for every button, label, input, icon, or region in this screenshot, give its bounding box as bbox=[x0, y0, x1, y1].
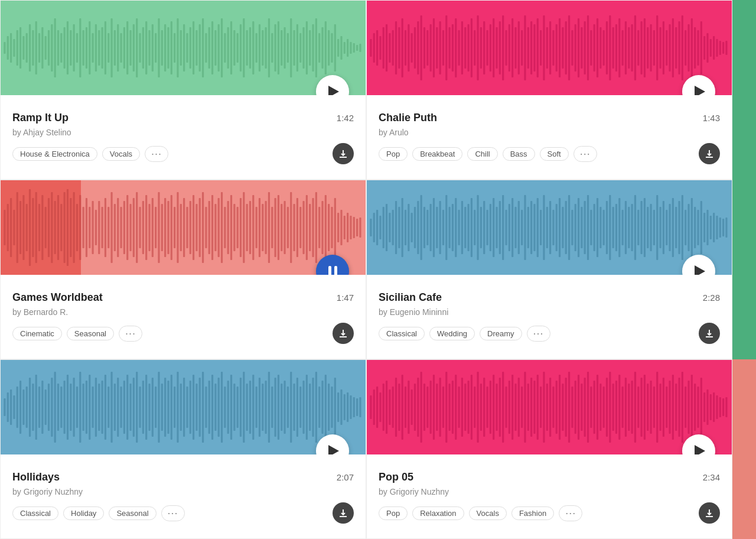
svg-rect-125 bbox=[398, 27, 400, 69]
svg-rect-280 bbox=[155, 207, 157, 248]
svg-rect-486 bbox=[73, 378, 75, 437]
svg-rect-594 bbox=[414, 384, 416, 431]
tag-cinematic[interactable]: Cinematic bbox=[12, 327, 62, 340]
svg-rect-573 bbox=[347, 392, 348, 422]
play-icon bbox=[695, 265, 705, 275]
svg-rect-303 bbox=[227, 201, 229, 254]
download-button[interactable] bbox=[699, 143, 720, 164]
tag-bass[interactable]: Bass bbox=[503, 147, 535, 161]
svg-rect-138 bbox=[439, 21, 441, 74]
tag-soft[interactable]: Soft bbox=[540, 147, 569, 161]
svg-rect-205 bbox=[650, 24, 651, 72]
svg-rect-15 bbox=[51, 24, 53, 72]
svg-rect-540 bbox=[243, 372, 245, 443]
svg-rect-144 bbox=[458, 30, 460, 66]
svg-rect-488 bbox=[79, 372, 81, 443]
svg-rect-38 bbox=[123, 27, 125, 69]
more-tags-button[interactable]: ··· bbox=[527, 326, 550, 342]
waveform-chalie-puth[interactable] bbox=[367, 1, 732, 95]
svg-rect-433 bbox=[637, 210, 639, 245]
card-body-hollidays: Hollidays 2:07 by Grigoriy Nuzhny Classi… bbox=[1, 454, 366, 538]
svg-rect-244 bbox=[41, 195, 43, 260]
svg-rect-670 bbox=[653, 387, 655, 428]
tag-relaxation[interactable]: Relaxation bbox=[412, 506, 464, 520]
tag-vocals[interactable]: Vocals bbox=[469, 506, 507, 520]
svg-rect-467 bbox=[13, 395, 15, 419]
svg-rect-526 bbox=[199, 378, 201, 437]
svg-rect-427 bbox=[618, 198, 620, 257]
title-row: Chalie Puth 1:43 bbox=[379, 112, 720, 124]
svg-rect-654 bbox=[603, 387, 605, 428]
tag-pop[interactable]: Pop bbox=[379, 147, 408, 161]
more-tags-button[interactable]: ··· bbox=[573, 146, 597, 162]
download-button[interactable] bbox=[333, 323, 354, 344]
tag-chill[interactable]: Chill bbox=[467, 147, 497, 161]
download-button[interactable] bbox=[333, 502, 354, 524]
tag-seasonal[interactable]: Seasonal bbox=[67, 327, 114, 340]
svg-rect-126 bbox=[402, 18, 403, 77]
svg-rect-569 bbox=[334, 378, 336, 437]
svg-rect-560 bbox=[306, 375, 308, 440]
more-tags-button[interactable]: ··· bbox=[161, 505, 185, 521]
svg-rect-11 bbox=[38, 33, 40, 63]
svg-rect-222 bbox=[703, 36, 705, 60]
waveform-sicilian-cafe[interactable] bbox=[367, 180, 732, 275]
tag-dreamy[interactable]: Dreamy bbox=[480, 327, 522, 340]
svg-rect-341 bbox=[347, 213, 348, 242]
svg-rect-382 bbox=[477, 195, 478, 260]
tag-seasonal[interactable]: Seasonal bbox=[109, 506, 156, 520]
svg-rect-57 bbox=[183, 24, 185, 72]
pause-icon bbox=[334, 266, 337, 275]
svg-rect-610 bbox=[464, 384, 466, 431]
svg-rect-287 bbox=[177, 192, 178, 263]
svg-rect-46 bbox=[148, 30, 150, 66]
waveform-games-worldbeat[interactable] bbox=[1, 180, 366, 275]
svg-rect-297 bbox=[208, 201, 210, 254]
more-tags-button[interactable]: ··· bbox=[145, 146, 168, 162]
download-button[interactable] bbox=[699, 323, 720, 344]
download-button[interactable] bbox=[699, 502, 720, 524]
track-duration: 2:07 bbox=[337, 472, 354, 482]
svg-rect-632 bbox=[533, 381, 535, 434]
svg-rect-58 bbox=[186, 33, 188, 63]
svg-rect-680 bbox=[685, 387, 686, 428]
tag-breakbeat[interactable]: Breakbeat bbox=[412, 147, 462, 161]
svg-rect-29 bbox=[95, 24, 97, 72]
svg-rect-642 bbox=[565, 378, 567, 437]
waveform-ramp-it-up[interactable] bbox=[1, 1, 366, 95]
download-button[interactable] bbox=[333, 143, 354, 164]
waveform-pop-05[interactable] bbox=[367, 360, 732, 454]
tag-classical[interactable]: Classical bbox=[12, 506, 58, 520]
svg-rect-617 bbox=[486, 387, 488, 428]
tag-classical[interactable]: Classical bbox=[379, 327, 425, 340]
svg-rect-623 bbox=[505, 387, 507, 428]
svg-rect-403 bbox=[543, 195, 545, 260]
waveform-hollidays[interactable] bbox=[1, 360, 366, 454]
tag-vocals[interactable]: Vocals bbox=[102, 147, 140, 161]
tag-wedding[interactable]: Wedding bbox=[429, 327, 475, 340]
svg-rect-326 bbox=[299, 207, 301, 248]
more-tags-button[interactable]: ··· bbox=[119, 326, 142, 342]
svg-rect-239 bbox=[26, 204, 28, 251]
svg-rect-574 bbox=[350, 395, 351, 419]
svg-rect-541 bbox=[246, 384, 248, 431]
svg-rect-6 bbox=[22, 36, 24, 60]
tag-holiday[interactable]: Holiday bbox=[63, 506, 104, 520]
svg-rect-615 bbox=[480, 384, 482, 431]
svg-rect-631 bbox=[530, 378, 532, 437]
svg-rect-319 bbox=[278, 195, 279, 260]
svg-rect-9 bbox=[32, 30, 34, 66]
tag-pop[interactable]: Pop bbox=[379, 506, 408, 520]
svg-rect-682 bbox=[691, 375, 693, 440]
svg-rect-491 bbox=[89, 375, 90, 440]
svg-rect-27 bbox=[89, 21, 90, 74]
svg-rect-146 bbox=[464, 27, 466, 69]
svg-rect-186 bbox=[590, 30, 592, 66]
tag-fashion[interactable]: Fashion bbox=[511, 506, 554, 520]
more-tags-button[interactable]: ··· bbox=[559, 505, 582, 521]
tag-house-electronica[interactable]: House & Electronica bbox=[12, 147, 97, 161]
svg-rect-107 bbox=[340, 36, 342, 60]
svg-rect-535 bbox=[227, 381, 229, 434]
svg-rect-94 bbox=[299, 33, 301, 63]
svg-rect-110 bbox=[350, 42, 351, 54]
